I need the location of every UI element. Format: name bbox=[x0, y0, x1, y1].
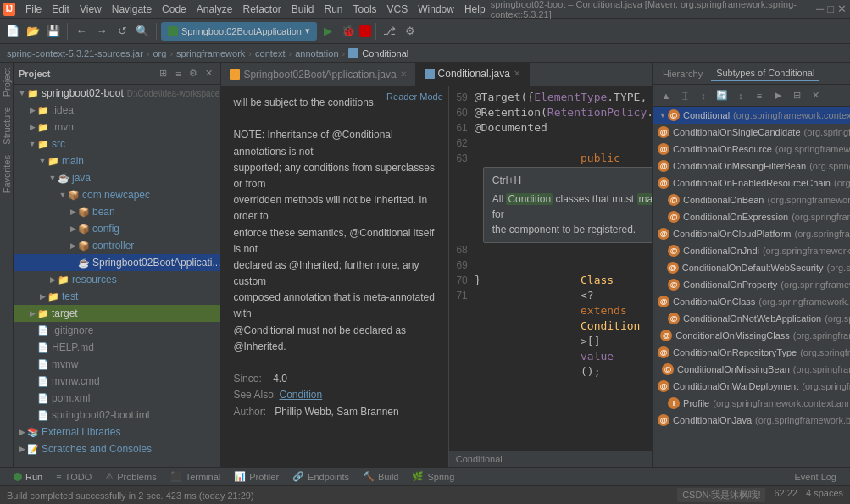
h-item-13[interactable]: @ ConditionalOnMissingClass (org.springf… bbox=[653, 327, 850, 344]
tree-controller[interactable]: ▶ 📦 controller bbox=[14, 237, 220, 254]
tree-idea[interactable]: ▶ 📁 .idea bbox=[14, 102, 220, 119]
tree-help[interactable]: 📄 HELP.md bbox=[14, 339, 220, 356]
toolbar-refresh-btn[interactable]: ↺ bbox=[113, 22, 131, 41]
h-item-10[interactable]: @ ConditionalOnProperty (org.springframe… bbox=[653, 276, 850, 293]
menu-tools[interactable]: Tools bbox=[348, 2, 382, 17]
hierarchy-tab2[interactable]: Subtypes of Conditional bbox=[711, 66, 819, 81]
h-item-16[interactable]: @ ConditionalOnWarDeployment (org.spring… bbox=[653, 378, 850, 395]
h-btn-9[interactable]: ✕ bbox=[807, 88, 824, 103]
h-item-15[interactable]: @ ConditionalOnMissingBean (org.springfr… bbox=[653, 361, 850, 378]
tree-config[interactable]: ▶ 📦 config bbox=[14, 220, 220, 237]
tree-mvnw[interactable]: 📄 mvnw bbox=[14, 356, 220, 373]
run-btn[interactable]: ▶ bbox=[319, 22, 337, 41]
close-btn[interactable]: ✕ bbox=[837, 3, 847, 15]
menu-edit[interactable]: Edit bbox=[47, 2, 75, 17]
h-item-5[interactable]: @ ConditionalOnBean (org.springframework… bbox=[653, 191, 850, 208]
h-item-9[interactable]: @ ConditionalOnDefaultWebSecurity (org.s… bbox=[653, 259, 850, 276]
structure-vtab[interactable]: Structure bbox=[0, 102, 14, 150]
breadcrumb-context[interactable]: context bbox=[255, 48, 285, 58]
tree-test[interactable]: ▶ 📁 test bbox=[14, 288, 220, 305]
menu-window[interactable]: Window bbox=[413, 2, 459, 17]
breadcrumb-org[interactable]: org bbox=[153, 48, 166, 58]
tab-bootapp[interactable]: Springboot02BootApplication.java ✕ bbox=[221, 63, 415, 86]
breadcrumb-annotation[interactable]: annotation bbox=[295, 48, 338, 58]
run-config-dropdown[interactable]: Springboot02BootApplication ▾ bbox=[161, 22, 317, 41]
menu-analyze[interactable]: Analyze bbox=[192, 2, 238, 17]
menu-build[interactable]: Build bbox=[286, 2, 319, 17]
tree-src[interactable]: ▼ 📁 src bbox=[14, 136, 220, 152]
bottom-run[interactable]: Run bbox=[7, 468, 49, 485]
toolbar-open-btn[interactable]: 📂 bbox=[24, 22, 42, 41]
bottom-problems[interactable]: ⚠ Problems bbox=[98, 468, 163, 485]
bottom-terminal[interactable]: ⬛ Terminal bbox=[164, 468, 228, 485]
menu-refactor[interactable]: Refactor bbox=[237, 2, 286, 17]
debug-btn[interactable]: 🐞 bbox=[339, 22, 358, 41]
panel-action-1[interactable]: ⊞ bbox=[156, 67, 169, 80]
toolbar-save-btn[interactable]: 💾 bbox=[44, 22, 63, 41]
bottom-build[interactable]: 🔨 Build bbox=[356, 468, 405, 485]
menu-navigate[interactable]: Navigate bbox=[107, 2, 157, 17]
h-item-3[interactable]: @ ConditionalOnMissingFilterBean (org.sp… bbox=[653, 158, 850, 174]
tree-iml[interactable]: 📄 springboot02-boot.iml bbox=[14, 407, 220, 424]
menu-run[interactable]: Run bbox=[319, 2, 348, 17]
h-item-2[interactable]: @ ConditionalOnResource (org.springframe… bbox=[653, 141, 850, 158]
menu-view[interactable]: View bbox=[75, 2, 107, 17]
tree-root[interactable]: ▼ 📁 springboot02-boot D:\Code\idea-works… bbox=[14, 85, 220, 102]
h-btn-4[interactable]: 🔄 bbox=[714, 88, 731, 103]
menu-file[interactable]: File bbox=[20, 2, 47, 17]
tree-mvnw-cmd[interactable]: 📄 mvnw.cmd bbox=[14, 373, 220, 390]
h-item-18[interactable]: @ ConditionalOnJava (org.springframework… bbox=[653, 412, 850, 429]
h-item-8[interactable]: @ ConditionalOnJndi (org.springframework… bbox=[653, 242, 850, 259]
favorites-vtab[interactable]: Favorites bbox=[0, 150, 14, 198]
breadcrumb-conditional[interactable]: Conditional bbox=[362, 48, 408, 58]
breadcrumb-jar[interactable]: spring-context-5.3.21-sources.jar bbox=[7, 48, 143, 58]
maximize-btn[interactable]: □ bbox=[827, 3, 834, 15]
tree-com-newcapec[interactable]: ▼ 📦 com.newcapec bbox=[14, 186, 220, 203]
h-item-1[interactable]: @ ConditionalOnSingleCandidate (org.spri… bbox=[653, 124, 850, 141]
toolbar-search-btn[interactable]: 🔍 bbox=[133, 22, 152, 41]
h-item-7[interactable]: @ ConditionalOnCloudPlatform (org.spring… bbox=[653, 225, 850, 242]
tree-gitignore[interactable]: 📄 .gitignore bbox=[14, 322, 220, 339]
h-item-12[interactable]: @ ConditionalOnNotWebApplication (org.sp… bbox=[653, 310, 850, 327]
h-btn-5[interactable]: ↕ bbox=[732, 88, 749, 103]
tree-java[interactable]: ▼ ☕ java bbox=[14, 169, 220, 186]
toolbar-new-btn[interactable]: 📄 bbox=[3, 22, 22, 41]
h-item-17[interactable]: I Profile (org.springframework.context.a… bbox=[653, 395, 850, 412]
tab-bootapp-close[interactable]: ✕ bbox=[400, 69, 407, 79]
bottom-event-log[interactable]: Event Log bbox=[787, 468, 843, 485]
bottom-endpoints[interactable]: 🔗 Endpoints bbox=[286, 468, 356, 485]
reader-mode-btn[interactable]: Reader Mode bbox=[386, 90, 443, 105]
tab-conditional-close[interactable]: ✕ bbox=[514, 69, 520, 78]
tree-bootapp[interactable]: ☕ Springboot02BootApplicati... bbox=[14, 254, 220, 271]
tree-ext-libs[interactable]: ▶ 📚 External Libraries bbox=[14, 424, 220, 440]
toolbar-git-btn[interactable]: ⎇ bbox=[381, 22, 399, 41]
h-btn-6[interactable]: ≡ bbox=[751, 88, 768, 103]
h-item-4[interactable]: @ ConditionalOnEnabledResourceChain (org… bbox=[653, 174, 850, 191]
toolbar-settings-btn[interactable]: ⚙ bbox=[401, 22, 419, 41]
h-btn-1[interactable]: ▲ bbox=[658, 88, 675, 103]
h-item-14[interactable]: @ ConditionalOnRepositoryType (org.sprin… bbox=[653, 344, 850, 361]
toolbar-back-btn[interactable]: ← bbox=[72, 22, 91, 41]
tree-target[interactable]: ▶ 📁 target bbox=[14, 305, 220, 322]
status-spaces[interactable]: 4 spaces bbox=[806, 488, 843, 502]
h-btn-8[interactable]: ⊞ bbox=[788, 88, 805, 103]
hierarchy-tab1[interactable]: Hierarchy bbox=[658, 67, 708, 80]
bottom-todo[interactable]: ≡ TODO bbox=[49, 468, 98, 485]
h-item-6[interactable]: @ ConditionalOnExpression (org.springfra… bbox=[653, 208, 850, 225]
minimize-btn[interactable]: ─ bbox=[816, 3, 824, 15]
project-vtab[interactable]: Project bbox=[0, 63, 14, 102]
h-btn-2[interactable]: ⌶ bbox=[676, 88, 693, 103]
status-position[interactable]: 62:22 bbox=[774, 488, 797, 502]
tree-scratches[interactable]: ▶ 📝 Scratches and Consoles bbox=[14, 440, 220, 457]
tree-pom[interactable]: 📄 pom.xml bbox=[14, 390, 220, 407]
bottom-profiler[interactable]: 📊 Profiler bbox=[227, 468, 286, 485]
panel-action-gear[interactable]: ⚙ bbox=[186, 67, 200, 80]
tree-bean[interactable]: ▶ 📦 bean bbox=[14, 203, 220, 220]
doc-condition-link[interactable]: Condition bbox=[279, 389, 322, 401]
h-btn-3[interactable]: ↕ bbox=[695, 88, 712, 103]
h-btn-7[interactable]: ▶ bbox=[769, 88, 786, 103]
tree-resources[interactable]: ▶ 📁 resources bbox=[14, 271, 220, 288]
h-item-root[interactable]: ▼ @ Conditional (org.springframework.con… bbox=[653, 107, 850, 124]
panel-action-2[interactable]: ≡ bbox=[171, 67, 185, 80]
tab-conditional[interactable]: Conditional.java ✕ bbox=[416, 63, 530, 86]
